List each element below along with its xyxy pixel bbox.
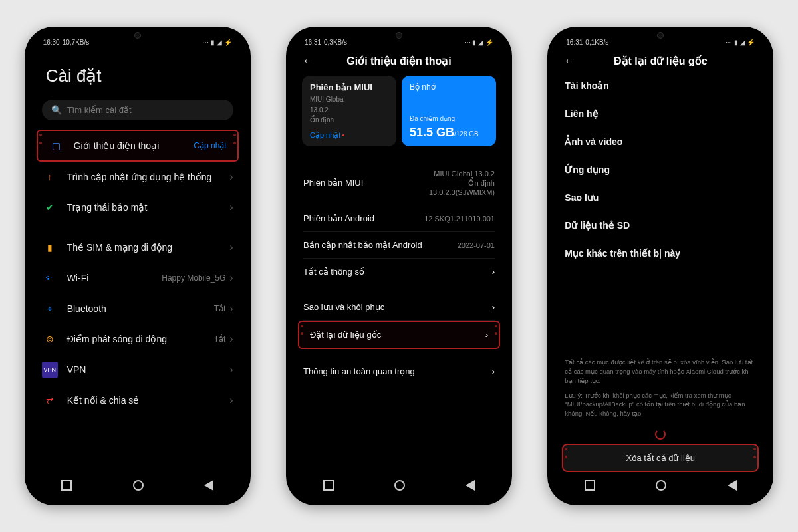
warning-text-1: Tất cả các mục được liệt kê ở trên sẽ bị… [554,355,767,388]
nav-recent-icon[interactable] [323,480,334,491]
row-trail: Happy Mobile_5G [162,273,225,283]
spec-backup[interactable]: Sao lưu và khôi phục › [293,294,505,320]
loading-spinner-icon [655,429,666,440]
update-link[interactable]: Cập nhật• [310,131,388,140]
item-apps[interactable]: Ứng dụng [554,156,767,184]
back-button[interactable]: ← [563,54,579,68]
card-line: 13.0.2 [310,106,388,115]
item-photos[interactable]: Ảnh và video [554,128,767,156]
phone-icon: ▢ [49,138,65,154]
chevron-right-icon: › [485,330,488,340]
vpn-icon: VPN [42,362,58,378]
row-wifi[interactable]: ᯤ Wi-Fi Happy Mobile_5G › [31,263,244,293]
spec-factory-reset[interactable]: Đặt lại dữ liệu gốc › [298,321,500,349]
spec-patch[interactable]: Bản cập nhật bảo mật Android 2022-07-01 [293,232,505,258]
sim-icon: ▮ [42,239,58,255]
status-icons: ⋯ ▮ ◢ ⚡ [202,39,231,46]
camera-notch [657,32,664,39]
nav-home-icon[interactable] [656,480,666,491]
chevron-right-icon: › [229,241,233,253]
chevron-right-icon: › [492,267,495,277]
spec-safety[interactable]: Thông tin an toàn quan trọng › [293,358,505,384]
chevron-right-icon: › [229,303,233,315]
spec-key: Thông tin an toàn quan trọng [303,366,492,376]
spec-all[interactable]: Tất cả thông số › [293,259,505,285]
chevron-right-icon: › [492,302,495,312]
item-sd[interactable]: Dữ liệu thẻ SD [554,211,767,239]
row-security-status[interactable]: ✔ Trạng thái bảo mật › [31,192,244,223]
row-system-updater[interactable]: ↑ Trình cập nhật ứng dụng hệ thống › [31,162,244,192]
item-contacts[interactable]: Liên hệ [554,100,767,128]
chevron-right-icon: › [229,364,233,376]
row-label: Trạng thái bảo mật [67,202,226,213]
item-other[interactable]: Mục khác trên thiết bị này [554,239,767,267]
card-storage[interactable]: Bộ nhớ Đã chiếm dụng 51.5 GB/128 GB [402,76,496,146]
nav-home-icon[interactable] [394,480,405,491]
screen-3: 16:31 0,1KB/s ⋯ ▮ ◢ ⚡ ← Đặt lại dữ liệu … [554,33,767,499]
erase-all-button[interactable]: Xóa tất cả dữ liệu [562,444,759,472]
nav-bar [31,473,244,499]
card-line: Ổn định [310,116,388,125]
row-label: Giới thiệu điện thoại [74,140,194,151]
row-about-phone[interactable]: ▢ Giới thiệu điện thoại Cập nhật [37,130,239,162]
chevron-right-icon: › [229,201,233,213]
row-share[interactable]: ⇄ Kết nối & chia sẻ › [31,385,244,416]
storage-used: 51.5 GB/128 GB [410,126,488,140]
row-bluetooth[interactable]: ⌖ Bluetooth Tắt › [31,293,244,324]
spec-value: 2022-07-01 [458,241,495,250]
item-accounts[interactable]: Tài khoản [554,72,767,100]
shield-icon: ✔ [42,200,58,215]
spec-key: Sao lưu và khôi phục [303,302,492,312]
page-title: Đặt lại dữ liệu gốc [579,55,741,67]
nav-home-icon[interactable] [133,480,144,491]
card-miui-version[interactable]: Phiên bản MIUI MIUI Global 13.0.2 Ổn địn… [302,76,396,146]
page-title: Giới thiệu điện thoại [318,55,480,67]
bluetooth-icon: ⌖ [42,301,58,317]
camera-notch [396,32,402,39]
chevron-right-icon: › [229,171,233,183]
chevron-right-icon: › [229,272,233,284]
status-net: 0,3KB/s [324,39,347,46]
row-label: Wi-Fi [67,273,162,283]
status-icons: ⋯ ▮ ◢ ⚡ [464,39,493,46]
upload-icon: ↑ [42,169,58,185]
spec-android[interactable]: Phiên bản Android 12 SKQ1.211019.001 [293,205,505,231]
nav-back-icon[interactable] [728,480,737,491]
status-time: 16:31 [566,39,583,46]
nav-bar [554,473,767,499]
row-trail: Tắt [214,304,226,313]
nav-recent-icon[interactable] [585,480,595,491]
card-line: Đã chiếm dụng [410,115,488,124]
app-header: ← Giới thiệu điện thoại [293,50,505,72]
nav-back-icon[interactable] [466,480,475,491]
row-vpn[interactable]: VPN VPN › [31,354,244,385]
page-title: Cài đặt [31,50,244,96]
row-label: Trình cập nhật ứng dụng hệ thống [67,172,226,182]
status-net: 10,7KB/s [63,39,90,46]
chevron-right-icon: › [229,333,233,345]
section-gap [293,285,505,294]
section-gap [293,152,505,161]
status-time: 16:31 [305,39,321,46]
row-trail: Cập nhật [194,141,226,150]
spec-miui[interactable]: Phiên bản MIUI MIUI Global 13.0.2 Ổn địn… [293,161,505,205]
spec-key: Phiên bản MIUI [303,178,429,188]
row-sim[interactable]: ▮ Thẻ SIM & mạng di động › [31,232,244,263]
back-button[interactable]: ← [302,54,318,68]
spec-key: Bản cập nhật bảo mật Android [303,240,458,250]
screen-2: 16:31 0,3KB/s ⋯ ▮ ◢ ⚡ ← Giới thiệu điện … [293,33,505,499]
status-net: 0,1KB/s [585,39,608,46]
row-hotspot[interactable]: ⊚ Điểm phát sóng di động Tắt › [31,324,244,354]
chevron-right-icon: › [492,366,495,376]
camera-notch [134,32,141,39]
item-backup[interactable]: Sao lưu [554,184,767,211]
nav-recent-icon[interactable] [61,480,72,491]
row-label: Bluetooth [67,303,214,314]
phone-frame-2: 16:31 0,3KB/s ⋯ ▮ ◢ ⚡ ← Giới thiệu điện … [286,27,512,505]
spec-key: Tất cả thông số [303,267,492,277]
hotspot-icon: ⊚ [42,331,58,347]
section-gap [293,349,505,358]
row-trail: Tắt [214,334,226,344]
nav-back-icon[interactable] [204,480,213,491]
search-input[interactable]: 🔍 Tìm kiếm cài đặt [42,100,233,120]
